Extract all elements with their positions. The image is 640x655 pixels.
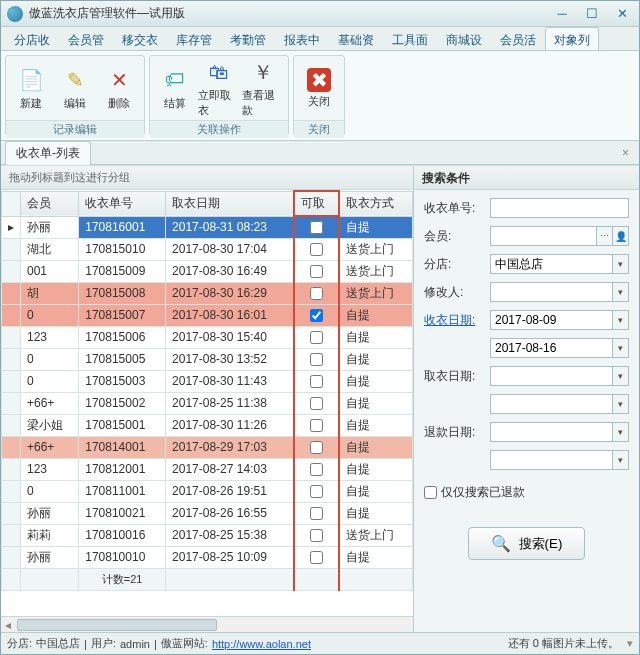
refund-date-from[interactable]: [490, 422, 613, 442]
table-row[interactable]: ▸孙丽1708160012017-08-31 08:23自提: [2, 216, 413, 238]
column-header[interactable]: 取衣方式: [339, 191, 412, 216]
row-checkbox[interactable]: [310, 221, 323, 234]
member-lookup-icon[interactable]: ⋯: [597, 226, 613, 246]
row-checkbox[interactable]: [310, 463, 323, 476]
pick-date-from[interactable]: [490, 366, 613, 386]
menu-item[interactable]: 会员管: [59, 27, 113, 50]
table-row[interactable]: 01708150052017-08-30 13:52自提: [2, 348, 413, 370]
chevron-down-icon[interactable]: ▾: [613, 254, 629, 274]
member-card-icon[interactable]: 👤: [613, 226, 629, 246]
table-row[interactable]: +66+1708140012017-08-29 17:03自提: [2, 436, 413, 458]
ribbon-删除-button[interactable]: ✕删除: [98, 58, 140, 118]
member-input[interactable]: [490, 226, 597, 246]
chevron-down-icon[interactable]: ▾: [613, 282, 629, 302]
recv-date-to[interactable]: [490, 338, 613, 358]
row-checkbox[interactable]: [310, 507, 323, 520]
checkbox-cell[interactable]: [294, 414, 339, 436]
checkbox-cell[interactable]: [294, 502, 339, 524]
row-checkbox[interactable]: [310, 309, 323, 322]
table-row[interactable]: +66+1708150022017-08-25 11:38自提: [2, 392, 413, 414]
store-select[interactable]: [490, 254, 613, 274]
table-row[interactable]: 1231708120012017-08-27 14:03自提: [2, 458, 413, 480]
row-checkbox[interactable]: [310, 331, 323, 344]
menu-item[interactable]: 移交衣: [113, 27, 167, 50]
menu-item[interactable]: 工具面: [383, 27, 437, 50]
menu-item[interactable]: 会员活: [491, 27, 545, 50]
checkbox-cell[interactable]: [294, 458, 339, 480]
modifier-select[interactable]: [490, 282, 613, 302]
row-checkbox[interactable]: [310, 287, 323, 300]
table-row[interactable]: 01708150072017-08-30 16:01自提: [2, 304, 413, 326]
table-row[interactable]: 胡1708150082017-08-30 16:29送货上门: [2, 282, 413, 304]
checkbox-cell[interactable]: [294, 370, 339, 392]
close-button[interactable]: ✕: [611, 6, 633, 22]
table-row[interactable]: 01708150032017-08-30 11:43自提: [2, 370, 413, 392]
checkbox-cell[interactable]: [294, 480, 339, 502]
menu-item[interactable]: 报表中: [275, 27, 329, 50]
menu-item[interactable]: 商城设: [437, 27, 491, 50]
checkbox-cell[interactable]: [294, 326, 339, 348]
table-row[interactable]: 0011708150092017-08-30 16:49送货上门: [2, 260, 413, 282]
tab-order-list[interactable]: 收衣单-列表: [5, 141, 91, 165]
menu-item[interactable]: 分店收: [5, 27, 59, 50]
ribbon-立即取衣-button[interactable]: 🛍立即取衣: [198, 58, 240, 118]
table-row[interactable]: 01708110012017-08-26 19:51自提: [2, 480, 413, 502]
row-checkbox[interactable]: [310, 375, 323, 388]
table-row[interactable]: 1231708150062017-08-30 15:40自提: [2, 326, 413, 348]
tab-close-icon[interactable]: ×: [616, 146, 635, 160]
pick-date-to[interactable]: [490, 394, 613, 414]
row-checkbox[interactable]: [310, 353, 323, 366]
row-checkbox[interactable]: [310, 397, 323, 410]
checkbox-cell[interactable]: [294, 436, 339, 458]
table-row[interactable]: 莉莉1708100162017-08-25 15:38送货上门: [2, 524, 413, 546]
menu-item[interactable]: 对象列: [545, 27, 599, 50]
status-site-link[interactable]: http://www.aolan.net: [212, 638, 311, 650]
order-input[interactable]: [490, 198, 629, 218]
row-checkbox[interactable]: [310, 243, 323, 256]
minimize-button[interactable]: ─: [551, 6, 573, 22]
horizontal-scrollbar[interactable]: ◂: [1, 616, 413, 632]
row-checkbox[interactable]: [310, 551, 323, 564]
row-checkbox[interactable]: [310, 485, 323, 498]
checkbox-cell[interactable]: [294, 392, 339, 414]
column-header[interactable]: 可取: [294, 191, 339, 216]
data-grid[interactable]: 会员收衣单号取衣日期可取取衣方式▸孙丽1708160012017-08-31 0…: [1, 190, 413, 616]
row-checkbox[interactable]: [310, 265, 323, 278]
only-refund-checkbox[interactable]: [424, 486, 437, 499]
recv-date-from[interactable]: [490, 310, 613, 330]
ribbon-新建-button[interactable]: 📄新建: [10, 58, 52, 118]
chevron-down-icon[interactable]: ▾: [613, 422, 629, 442]
row-checkbox[interactable]: [310, 419, 323, 432]
maximize-button[interactable]: ☐: [581, 6, 603, 22]
table-row[interactable]: 孙丽1708100212017-08-26 16:55自提: [2, 502, 413, 524]
checkbox-cell[interactable]: [294, 282, 339, 304]
ribbon-查看退款-button[interactable]: ￥查看退款: [242, 58, 284, 118]
checkbox-cell[interactable]: [294, 216, 339, 238]
table-row[interactable]: 梁小姐1708150012017-08-30 11:26自提: [2, 414, 413, 436]
chevron-down-icon[interactable]: ▾: [613, 338, 629, 358]
checkbox-cell[interactable]: [294, 348, 339, 370]
search-button[interactable]: 🔍 搜索(E): [468, 527, 586, 560]
column-header[interactable]: 取衣日期: [166, 191, 295, 216]
table-row[interactable]: 湖北1708150102017-08-30 17:04送货上门: [2, 238, 413, 260]
chevron-down-icon[interactable]: ▾: [613, 366, 629, 386]
chevron-down-icon[interactable]: ▾: [613, 450, 629, 470]
checkbox-cell[interactable]: [294, 304, 339, 326]
menu-item[interactable]: 基础资: [329, 27, 383, 50]
row-checkbox[interactable]: [310, 529, 323, 542]
column-header[interactable]: 收衣单号: [79, 191, 166, 216]
refund-date-to[interactable]: [490, 450, 613, 470]
checkbox-cell[interactable]: [294, 238, 339, 260]
menu-item[interactable]: 库存管: [167, 27, 221, 50]
checkbox-cell[interactable]: [294, 546, 339, 568]
scrollbar-thumb[interactable]: [17, 619, 217, 631]
column-header[interactable]: 会员: [21, 191, 79, 216]
ribbon-关闭-button[interactable]: ✖关闭: [298, 58, 340, 118]
checkbox-cell[interactable]: [294, 524, 339, 546]
chevron-down-icon[interactable]: ▾: [613, 310, 629, 330]
ribbon-结算-button[interactable]: 🏷结算: [154, 58, 196, 118]
menu-item[interactable]: 考勤管: [221, 27, 275, 50]
row-checkbox[interactable]: [310, 441, 323, 454]
chevron-down-icon[interactable]: ▾: [613, 394, 629, 414]
ribbon-编辑-button[interactable]: ✎编辑: [54, 58, 96, 118]
